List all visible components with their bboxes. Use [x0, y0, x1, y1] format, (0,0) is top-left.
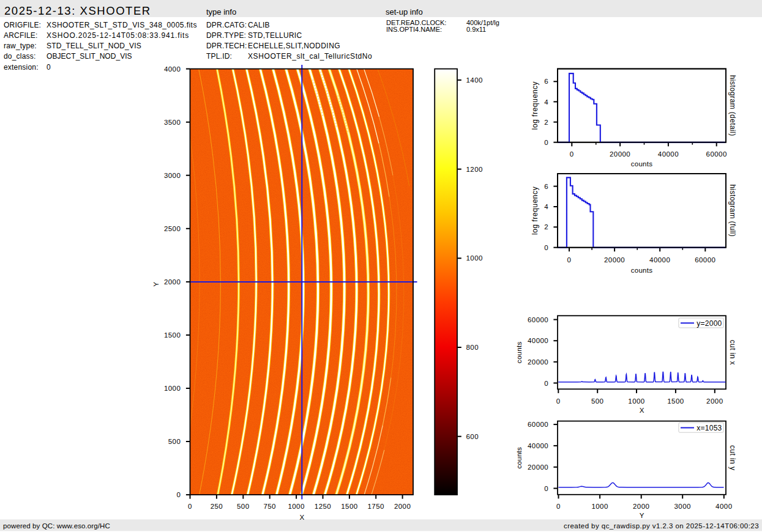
svg-text:60000: 60000 — [528, 421, 548, 428]
svg-text:20000: 20000 — [604, 256, 625, 264]
svg-text:800: 800 — [466, 344, 479, 351]
svg-text:1500: 1500 — [341, 503, 357, 510]
svg-text:4000: 4000 — [715, 503, 732, 510]
svg-text:XSHOOTER_SLT_STD_VIS_348_0005.: XSHOOTER_SLT_STD_VIS_348_0005.fits — [47, 21, 197, 29]
svg-text:counts: counts — [516, 341, 523, 363]
svg-text:powered by QC: www.eso.org/HC: powered by QC: www.eso.org/HC — [3, 522, 110, 530]
svg-text:log frequency: log frequency — [531, 81, 540, 130]
svg-text:2: 2 — [544, 223, 548, 231]
svg-text:1200: 1200 — [466, 166, 483, 173]
svg-text:ARCFILE:: ARCFILE: — [4, 31, 38, 40]
svg-text:0: 0 — [544, 380, 548, 387]
svg-text:0: 0 — [544, 244, 548, 251]
svg-text:0: 0 — [176, 491, 181, 498]
svg-text:2025-12-13: XSHOOTER: 2025-12-13: XSHOOTER — [4, 4, 151, 17]
svg-text:2500: 2500 — [164, 225, 181, 232]
svg-text:DPR.TYPE:: DPR.TYPE: — [206, 31, 246, 40]
svg-text:x=1053: x=1053 — [697, 424, 722, 432]
svg-text:0: 0 — [556, 503, 561, 510]
svg-text:counts: counts — [631, 267, 653, 274]
svg-text:3500: 3500 — [164, 119, 181, 126]
svg-text:500: 500 — [168, 438, 181, 445]
svg-text:750: 750 — [263, 503, 276, 510]
svg-text:log frequency: log frequency — [531, 187, 540, 235]
svg-text:TPL.ID:: TPL.ID: — [206, 52, 232, 61]
svg-text:250: 250 — [211, 503, 223, 510]
svg-text:4: 4 — [544, 98, 548, 106]
svg-text:1000: 1000 — [466, 254, 483, 262]
svg-text:600: 600 — [466, 433, 479, 440]
svg-text:60000: 60000 — [528, 316, 548, 323]
svg-text:created by qc_rawdisp.py v1.2.: created by qc_rawdisp.py v1.2.3 on 2025-… — [564, 522, 759, 530]
svg-text:500: 500 — [591, 397, 604, 405]
svg-text:1000: 1000 — [164, 385, 181, 392]
svg-text:1000: 1000 — [628, 397, 644, 405]
svg-text:2: 2 — [544, 119, 548, 126]
svg-text:INS.OPTI4.NAME:: INS.OPTI4.NAME: — [386, 26, 442, 33]
svg-text:40000: 40000 — [649, 256, 670, 264]
svg-text:ECHELLE,SLIT,NODDING: ECHELLE,SLIT,NODDING — [248, 42, 340, 50]
svg-text:4: 4 — [544, 203, 548, 210]
svg-text:400k/1pt/lg: 400k/1pt/lg — [466, 19, 499, 26]
svg-text:Y: Y — [153, 282, 160, 287]
svg-text:0.9x11: 0.9x11 — [466, 26, 486, 33]
svg-text:20000: 20000 — [528, 464, 548, 471]
svg-text:2000: 2000 — [633, 503, 649, 510]
svg-text:0: 0 — [47, 63, 51, 72]
svg-text:do_class:: do_class: — [4, 52, 36, 61]
svg-text:XSHOOTER_slt_cal_TelluricStdNo: XSHOOTER_slt_cal_TelluricStdNo — [248, 52, 372, 61]
svg-text:DPR.CATG:: DPR.CATG: — [206, 21, 247, 29]
svg-text:0: 0 — [570, 150, 574, 158]
svg-text:DPR.TECH:: DPR.TECH: — [206, 42, 247, 50]
svg-text:1000: 1000 — [288, 503, 304, 510]
svg-text:histogram (detail): histogram (detail) — [728, 75, 737, 136]
svg-text:1500: 1500 — [164, 331, 181, 339]
svg-text:0: 0 — [556, 397, 561, 405]
svg-text:0: 0 — [544, 485, 548, 492]
svg-text:2000: 2000 — [394, 503, 411, 510]
svg-text:X: X — [640, 407, 644, 414]
svg-text:CALIB: CALIB — [248, 21, 270, 29]
svg-text:counts: counts — [631, 160, 653, 168]
svg-text:40000: 40000 — [528, 337, 548, 344]
svg-text:type info: type info — [206, 7, 236, 17]
svg-text:20000: 20000 — [528, 358, 548, 366]
svg-text:1250: 1250 — [315, 503, 331, 510]
svg-text:40000: 40000 — [528, 442, 548, 449]
svg-text:cut in x: cut in x — [728, 340, 737, 365]
svg-text:20000: 20000 — [610, 150, 630, 158]
svg-text:Y: Y — [640, 512, 644, 519]
svg-text:1000: 1000 — [591, 503, 608, 510]
svg-text:3000: 3000 — [164, 172, 181, 179]
svg-text:set-up info: set-up info — [386, 7, 423, 17]
svg-text:extension:: extension: — [4, 63, 39, 72]
svg-text:4000: 4000 — [164, 65, 181, 73]
svg-text:y=2000: y=2000 — [697, 319, 722, 328]
svg-text:60000: 60000 — [695, 256, 715, 264]
svg-text:X: X — [299, 514, 304, 521]
svg-text:DET.READ.CLOCK:: DET.READ.CLOCK: — [386, 19, 446, 26]
svg-text:3000: 3000 — [674, 503, 691, 510]
svg-text:1400: 1400 — [466, 76, 483, 84]
svg-text:STD,TELLURIC: STD,TELLURIC — [248, 31, 302, 40]
svg-text:0: 0 — [567, 256, 572, 264]
svg-text:1500: 1500 — [667, 397, 684, 405]
svg-text:60000: 60000 — [706, 150, 727, 158]
svg-text:histogram (full): histogram (full) — [728, 185, 737, 237]
svg-text:cut in y: cut in y — [728, 445, 737, 470]
svg-text:ORIGFILE:: ORIGFILE: — [4, 21, 41, 29]
svg-text:40000: 40000 — [658, 150, 679, 158]
svg-text:STD_TELL_SLIT_NOD_VIS: STD_TELL_SLIT_NOD_VIS — [47, 42, 141, 50]
svg-text:500: 500 — [237, 503, 250, 510]
svg-text:1750: 1750 — [368, 503, 384, 510]
svg-text:6: 6 — [544, 183, 548, 190]
svg-text:0: 0 — [544, 139, 548, 146]
svg-text:XSHOO.2025-12-14T05:08:33.941.: XSHOO.2025-12-14T05:08:33.941.fits — [47, 31, 189, 40]
svg-text:0: 0 — [188, 503, 192, 510]
svg-text:2000: 2000 — [164, 278, 181, 286]
svg-text:OBJECT_SLIT_NOD_VIS: OBJECT_SLIT_NOD_VIS — [47, 52, 132, 61]
svg-text:2000: 2000 — [706, 397, 723, 405]
svg-text:6: 6 — [544, 78, 548, 85]
svg-text:raw_type:: raw_type: — [4, 42, 37, 50]
svg-text:counts: counts — [516, 447, 523, 469]
